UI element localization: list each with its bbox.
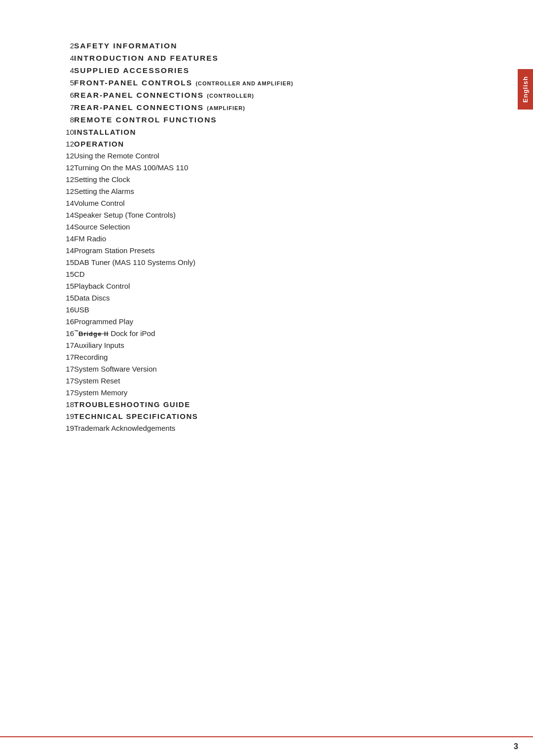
toc-row: 12Setting the Alarms <box>44 185 489 197</box>
toc-page-number: 5 <box>44 76 74 89</box>
toc-row: 12Turning On the MAS 100/MAS 110 <box>44 161 489 173</box>
toc-row: 14Speaker Setup (Tone Controls) <box>44 209 489 221</box>
toc-entry-label: Source Selection <box>74 221 489 232</box>
toc-row: 12Using the Remote Control <box>44 150 489 161</box>
toc-row: 15Data Discs <box>44 292 489 303</box>
toc-entry-label: Turning On the MAS 100/MAS 110 <box>74 161 489 173</box>
page-number: 3 <box>514 742 518 751</box>
toc-entry-label: REMOTE CONTROL FUNCTIONS <box>74 113 489 126</box>
toc-row: 6REAR-PANEL CONNECTIONS (CONTROLLER) <box>44 89 489 101</box>
toc-page-number: 14 <box>44 209 74 221</box>
toc-row: 10INSTALLATION <box>44 126 489 138</box>
toc-entry-label: Programmed Play <box>74 315 489 327</box>
toc-entry-label: SAFETY INFORMATION <box>74 39 489 52</box>
toc-page-number: 17 <box>44 351 74 363</box>
toc-row: 15Playback Control <box>44 280 489 292</box>
toc-row: 18TROUBLESHOOTING GUIDE <box>44 398 489 410</box>
toc-row: 16™Bridge II Dock for iPod <box>44 327 489 339</box>
footer: 3 <box>0 736 533 756</box>
toc-row: 16USB <box>44 303 489 315</box>
toc-row: 16Programmed Play <box>44 315 489 327</box>
toc-entry-label: DAB Tuner (MAS 110 Systems Only) <box>74 256 489 268</box>
toc-page-number: 14 <box>44 244 74 256</box>
toc-page-number: 19 <box>44 422 74 434</box>
toc-page-number: 14 <box>44 221 74 232</box>
toc-page-number: 4 <box>44 64 74 76</box>
toc-page-number: 12 <box>44 185 74 197</box>
toc-page-number: 4 <box>44 52 74 64</box>
toc-entry-label: Setting the Clock <box>74 173 489 185</box>
toc-entry-label: TROUBLESHOOTING GUIDE <box>74 398 489 410</box>
toc-page-number: 12 <box>44 150 74 161</box>
toc-page-number: 16 <box>44 315 74 327</box>
content-area: English 2SAFETY INFORMATION4INTRODUCTION… <box>0 0 533 736</box>
toc-row: 2SAFETY INFORMATION <box>44 39 489 52</box>
toc-entry-label: TECHNICAL SPECIFICATIONS <box>74 410 489 422</box>
toc-page-number: 17 <box>44 363 74 375</box>
toc-row: 14Source Selection <box>44 221 489 232</box>
toc-page-number: 14 <box>44 197 74 209</box>
toc-page-number: 12 <box>44 173 74 185</box>
toc-entry-label: REAR-PANEL CONNECTIONS (AMPLIFIER) <box>74 101 489 113</box>
toc-page-number: 18 <box>44 398 74 410</box>
toc-entry-label: SUPPLIED ACCESSORIES <box>74 64 489 76</box>
toc-entry-label: ™Bridge II Dock for iPod <box>74 327 489 339</box>
toc-page-number: 14 <box>44 232 74 244</box>
toc-page-number: 19 <box>44 410 74 422</box>
toc-entry-label: INSTALLATION <box>74 126 489 138</box>
toc-page-number: 17 <box>44 375 74 386</box>
toc-page-number: 6 <box>44 89 74 101</box>
toc-page-number: 2 <box>44 39 74 52</box>
toc-row: 14Volume Control <box>44 197 489 209</box>
toc-entry-label: FM Radio <box>74 232 489 244</box>
toc-entry-label: System Software Version <box>74 363 489 375</box>
toc-page-number: 16 <box>44 327 74 339</box>
toc-page-number: 10 <box>44 126 74 138</box>
toc-page-number: 17 <box>44 339 74 351</box>
toc-entry-label: Volume Control <box>74 197 489 209</box>
toc-entry-label: Playback Control <box>74 280 489 292</box>
toc-entry-label: Using the Remote Control <box>74 150 489 161</box>
sidebar-label: English <box>522 76 529 103</box>
toc-row: 8REMOTE CONTROL FUNCTIONS <box>44 113 489 126</box>
toc-row: 19TECHNICAL SPECIFICATIONS <box>44 410 489 422</box>
toc-entry-label: OPERATION <box>74 138 489 150</box>
toc-page-number: 15 <box>44 280 74 292</box>
toc-page-number: 15 <box>44 256 74 268</box>
toc-page-number: 15 <box>44 268 74 280</box>
toc-row: 17Auxiliary Inputs <box>44 339 489 351</box>
toc-entry-label: Auxiliary Inputs <box>74 339 489 351</box>
toc-page-number: 8 <box>44 113 74 126</box>
toc-entry-label: REAR-PANEL CONNECTIONS (CONTROLLER) <box>74 89 489 101</box>
toc-row: 14FM Radio <box>44 232 489 244</box>
toc-entry-label: Recording <box>74 351 489 363</box>
toc-row: 17Recording <box>44 351 489 363</box>
toc-row: 12Setting the Clock <box>44 173 489 185</box>
toc-row: 15DAB Tuner (MAS 110 Systems Only) <box>44 256 489 268</box>
toc-entry-label: System Memory <box>74 386 489 398</box>
toc-table: 2SAFETY INFORMATION4INTRODUCTION AND FEA… <box>44 39 489 434</box>
toc-page-number: 7 <box>44 101 74 113</box>
toc-entry-label: Setting the Alarms <box>74 185 489 197</box>
toc-page-number: 15 <box>44 292 74 303</box>
toc-row: 17System Software Version <box>44 363 489 375</box>
toc-entry-label: CD <box>74 268 489 280</box>
toc-row: 4SUPPLIED ACCESSORIES <box>44 64 489 76</box>
toc-row: 17System Reset <box>44 375 489 386</box>
toc-page-number: 17 <box>44 386 74 398</box>
toc-page-number: 12 <box>44 138 74 150</box>
toc-entry-label: Trademark Acknowledgements <box>74 422 489 434</box>
page: English 2SAFETY INFORMATION4INTRODUCTION… <box>0 0 533 756</box>
toc-entry-label: USB <box>74 303 489 315</box>
toc-entry-label: INTRODUCTION AND FEATURES <box>74 52 489 64</box>
toc-entry-label: FRONT-PANEL CONTROLS (CONTROLLER AND AMP… <box>74 76 489 89</box>
toc-row: 12OPERATION <box>44 138 489 150</box>
toc-row: 14Program Station Presets <box>44 244 489 256</box>
toc-row: 5FRONT-PANEL CONTROLS (CONTROLLER AND AM… <box>44 76 489 89</box>
toc-entry-label: Speaker Setup (Tone Controls) <box>74 209 489 221</box>
toc-row: 7REAR-PANEL CONNECTIONS (AMPLIFIER) <box>44 101 489 113</box>
toc-entry-label: Program Station Presets <box>74 244 489 256</box>
toc-row: 19Trademark Acknowledgements <box>44 422 489 434</box>
toc-page-number: 16 <box>44 303 74 315</box>
toc-entry-label: System Reset <box>74 375 489 386</box>
